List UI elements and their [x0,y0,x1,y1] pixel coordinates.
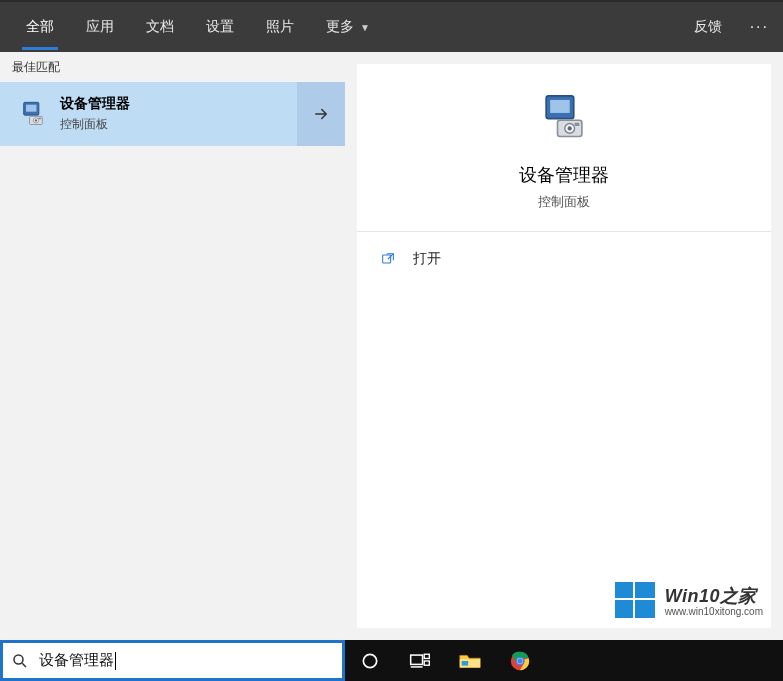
taskview-icon [409,651,431,671]
result-open-arrow[interactable] [297,82,345,146]
action-open[interactable]: 打开 [357,242,771,276]
watermark: Win10之家 www.win10xitong.com [611,576,763,624]
watermark-line1: Win10之家 [665,584,763,608]
results-body: 最佳匹配 设备管理器 控制面板 [0,52,783,640]
tab-settings-label: 设置 [206,18,234,36]
tab-docs-label: 文档 [146,18,174,36]
chrome-button[interactable] [495,640,545,681]
taskbar [345,640,783,681]
svg-rect-12 [383,255,391,263]
watermark-texts: Win10之家 www.win10xitong.com [665,584,763,617]
action-list: 打开 [357,232,771,286]
bottom-bar: 设备管理器 [0,640,783,681]
file-explorer-icon [458,651,482,671]
svg-rect-19 [411,655,423,664]
svg-rect-7 [550,100,570,113]
svg-rect-20 [424,654,429,658]
action-open-label: 打开 [413,250,441,268]
tab-all-label: 全部 [26,18,54,36]
tab-more-label: 更多 [326,18,354,36]
feedback-button[interactable]: 反馈 [680,2,736,52]
preview-device-manager-icon [536,89,592,145]
tab-settings[interactable]: 设置 [190,2,250,52]
search-window: 全部 应用 文档 设置 照片 更多 ▼ 反馈 ··· 最佳匹配 [0,0,783,681]
svg-point-18 [363,654,376,667]
svg-rect-5 [38,118,41,120]
search-query: 设备管理器 [39,651,114,668]
result-subtitle: 控制面板 [60,116,130,133]
tab-apps-label: 应用 [86,18,114,36]
search-text: 设备管理器 [39,651,116,670]
arrow-right-icon [312,105,330,123]
cortana-icon [360,651,380,671]
tab-photos-label: 照片 [266,18,294,36]
svg-rect-13 [615,582,633,598]
results-column: 最佳匹配 设备管理器 控制面板 [0,52,345,640]
open-icon [377,251,399,267]
best-match-label: 最佳匹配 [12,59,60,76]
cortana-button[interactable] [345,640,395,681]
watermark-line2: www.win10xitong.com [665,606,763,617]
svg-rect-16 [635,600,655,618]
preview-pane: 设备管理器 控制面板 打开 [357,64,771,628]
filter-tabbar: 全部 应用 文档 设置 照片 更多 ▼ 反馈 ··· [0,0,783,52]
svg-point-27 [517,658,523,664]
best-match-header: 最佳匹配 [0,52,345,82]
svg-point-4 [35,119,37,121]
search-input[interactable]: 设备管理器 [0,640,345,681]
svg-rect-21 [424,661,429,665]
more-options-button[interactable]: ··· [736,2,783,52]
file-explorer-button[interactable] [445,640,495,681]
preview-title: 设备管理器 [519,163,609,187]
tab-all[interactable]: 全部 [10,2,70,52]
filter-tabs: 全部 应用 文档 设置 照片 更多 ▼ [0,2,386,52]
search-icon [11,652,29,670]
svg-rect-15 [615,600,633,618]
tab-apps[interactable]: 应用 [70,2,130,52]
svg-rect-1 [26,105,37,112]
svg-point-10 [568,126,572,130]
windows-logo-icon [611,576,659,624]
taskview-button[interactable] [395,640,445,681]
tabbar-spacer [386,2,680,52]
tab-docs[interactable]: 文档 [130,2,190,52]
chevron-down-icon: ▼ [360,22,370,33]
preview-header: 设备管理器 控制面板 [357,64,771,231]
svg-point-17 [14,655,23,664]
result-title: 设备管理器 [60,95,130,113]
svg-rect-14 [635,582,655,598]
result-device-manager[interactable]: 设备管理器 控制面板 [0,82,345,146]
result-texts: 设备管理器 控制面板 [60,95,130,133]
device-manager-icon [14,95,52,133]
preview-subtitle: 控制面板 [538,193,590,211]
chrome-icon [509,650,531,672]
tab-more[interactable]: 更多 ▼ [310,2,386,52]
feedback-label: 反馈 [694,18,722,36]
text-caret [115,652,116,670]
tab-photos[interactable]: 照片 [250,2,310,52]
svg-rect-23 [462,661,468,666]
svg-rect-11 [575,123,580,126]
ellipsis-icon: ··· [750,18,769,36]
